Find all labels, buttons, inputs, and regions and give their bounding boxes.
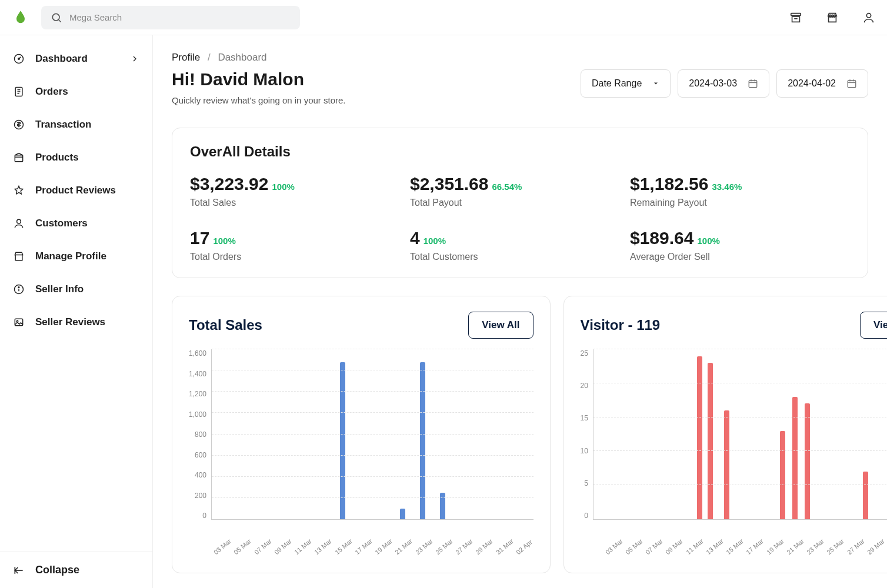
y-tick: 0 [202,512,206,520]
calendar-icon [748,78,758,89]
overall-card: OverAll Details $3,223.92100%Total Sales… [172,128,868,278]
sidebar-item-orders[interactable]: Orders [0,75,152,108]
sidebar-item-label: Orders [35,86,68,98]
chart-title-sales: Total Sales [189,317,262,333]
sidebar-item-dashboard[interactable]: Dashboard [0,42,152,75]
search-icon [51,12,62,24]
storefront-icon[interactable] [789,11,802,24]
app-logo[interactable] [12,9,29,26]
page-subtitle: Quickly review what's going on in your s… [172,95,346,105]
view-all-sales-button[interactable]: View All [468,312,533,339]
metric-value: $2,351.68 [410,174,488,193]
overall-title: OverAll Details [190,143,850,160]
bar-column [493,349,513,519]
y-tick: 1,600 [189,349,206,358]
sidebar-item-label: Transaction [35,119,91,131]
svg-rect-2 [791,13,801,15]
sidebar-item-seller-reviews[interactable]: Seller Reviews [0,306,152,339]
shop-icon[interactable] [826,11,839,24]
collapse-button[interactable]: Collapse [0,552,152,588]
svg-line-1 [59,19,61,22]
metric-label: Average Order Sell [630,252,850,262]
bar-column [212,349,232,519]
info-icon [13,283,25,295]
user-icon[interactable] [862,11,875,24]
visitor-chart-card: Visitor - 119 View All 2520151050 03 Mar… [563,296,887,573]
sidebar-item-label: Product Reviews [35,185,116,196]
chart-title-visitor: Visitor - 119 [581,317,661,333]
breadcrumb: Profile / Dashboard [172,52,868,64]
sidebar-item-label: Seller Reviews [35,316,105,328]
y-tick: 600 [195,451,206,459]
metric-percent: 100% [213,236,235,246]
metric-total-orders: 17100%Total Orders [190,228,410,262]
date-from-value: 2024-03-03 [689,78,737,89]
breadcrumb-root[interactable]: Profile [172,52,200,63]
breadcrumb-current: Dashboard [218,52,266,63]
sidebar-item-seller-info[interactable]: Seller Info [0,273,152,306]
y-tick: 5 [584,479,588,487]
date-range-label: Date Range [592,78,642,89]
date-range-select[interactable]: Date Range [581,69,671,98]
y-tick: 10 [581,447,588,455]
metric-remaining-payout: $1,182.5633.46%Remaining Payout [630,174,850,208]
sidebar-item-products[interactable]: Products [0,141,152,174]
sidebar-item-label: Customers [35,218,88,229]
date-to-value: 2024-04-02 [788,78,836,89]
bar-column [513,349,533,519]
bar [440,493,445,519]
bar [400,509,405,519]
bar-column [232,349,252,519]
svg-rect-30 [848,81,856,88]
svg-point-10 [18,58,20,60]
metric-label: Total Customers [410,252,630,262]
metric-percent: 100% [697,236,719,246]
sidebar-item-transaction[interactable]: Transaction [0,108,152,141]
box-icon [13,152,25,163]
page-title: Hi! David Malon [172,69,346,89]
bar-column [392,349,412,519]
y-tick: 0 [584,512,588,520]
bar-column [372,349,392,519]
chevron-right-icon [130,54,139,64]
y-tick: 1,000 [189,410,206,419]
date-to-input[interactable]: 2024-04-02 [776,69,868,98]
bar-column [473,349,493,519]
bar [420,362,425,519]
bar [697,356,702,519]
search-bar[interactable] [41,6,300,29]
metric-percent: 66.54% [492,182,522,192]
bar [792,397,798,519]
sidebar-item-manage-profile[interactable]: Manage Profile [0,240,152,273]
collapse-icon [13,564,25,576]
bar [780,431,785,519]
search-input[interactable] [69,12,291,22]
view-all-visitor-button[interactable]: View All [860,312,887,339]
svg-rect-16 [15,155,22,162]
chevron-down-icon [652,80,659,87]
sidebar-item-product-reviews[interactable]: Product Reviews [0,174,152,207]
svg-point-18 [17,219,21,223]
star-icon [13,185,25,196]
bar-column [272,349,292,519]
y-tick: 20 [581,382,588,390]
metric-total-customers: 4100%Total Customers [410,228,630,262]
metric-percent: 100% [272,182,294,192]
metric-label: Total Orders [190,252,410,262]
user-icon [13,218,25,229]
calendar-icon [846,78,857,89]
sidebar-item-label: Dashboard [35,53,88,65]
y-tick: 200 [195,492,206,500]
bar-column [332,349,352,519]
bar-column [453,349,473,519]
bar [805,403,810,519]
bar [708,363,713,519]
bar-column [312,349,332,519]
collapse-label: Collapse [35,564,79,576]
sidebar-item-label: Seller Info [35,283,84,295]
metric-value: $1,182.56 [630,174,708,193]
sidebar-item-label: Manage Profile [35,250,106,262]
sidebar-item-customers[interactable]: Customers [0,207,152,240]
date-from-input[interactable]: 2024-03-03 [678,69,769,98]
gauge-icon [13,53,25,65]
